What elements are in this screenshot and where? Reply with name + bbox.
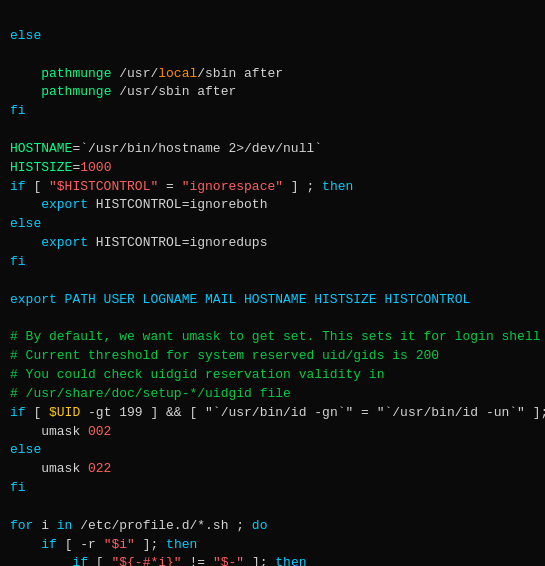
keyword-if-1: if <box>10 179 26 194</box>
keyword-for: for <box>10 518 33 533</box>
str-dash: "$-" <box>213 555 244 566</box>
keyword-then-1: then <box>322 179 353 194</box>
backtick-1: `/usr/bin/id -gn` <box>213 405 346 420</box>
eq1: =`/usr/bin/hostname 2>/dev/null` <box>72 141 322 156</box>
for-i-in: i <box>33 518 56 533</box>
histcontrol-ignoreboth: HISTCONTROL=ignoreboth <box>88 197 267 212</box>
line-2 <box>10 66 41 81</box>
comment-3: # You could check uidgid reservation val… <box>10 367 384 382</box>
bracket-3: ]; <box>135 537 166 552</box>
keyword-fi-2: fi <box>10 254 26 269</box>
num-002: 002 <box>88 424 111 439</box>
line-11 <box>10 235 41 250</box>
cmd-pathmunge-2: pathmunge <box>41 84 111 99</box>
keyword-then-3: then <box>166 537 197 552</box>
keyword-else-2: else <box>10 216 41 231</box>
bracket-close-1: ] ; <box>283 179 322 194</box>
nested-check: [ <box>88 555 111 566</box>
str-i-1: "$i" <box>104 537 135 552</box>
str-dash-i: "${-#*i}" <box>111 555 181 566</box>
var-uid: $UID <box>49 405 80 420</box>
eq-op-1: = <box>158 179 181 194</box>
line-28-indent <box>10 555 72 566</box>
code-editor: else pathmunge /usr/local/sbin after pat… <box>10 8 535 566</box>
keyword-fi-3: fi <box>10 480 26 495</box>
line-27-indent <box>10 537 41 552</box>
cmd-pathmunge-1: pathmunge <box>41 66 111 81</box>
keyword-export-2: export <box>41 235 88 250</box>
keyword-export-1: export <box>41 197 88 212</box>
keyword-else-1: else <box>10 28 41 43</box>
bracket-1: [ <box>26 179 49 194</box>
keyword-if-2: if <box>10 405 26 420</box>
line-23-indent: umask <box>10 461 88 476</box>
r-check: [ -r <box>57 537 104 552</box>
local-segment: local <box>158 66 197 81</box>
keyword-in: in <box>57 518 73 533</box>
keyword-fi-1: fi <box>10 103 26 118</box>
uid-check: [ <box>26 405 49 420</box>
var-histsize-decl: HISTSIZE <box>10 160 72 175</box>
var-hostname: HOSTNAME <box>10 141 72 156</box>
keyword-if-3: if <box>41 537 57 552</box>
str-ignorespace: "ignorespace" <box>182 179 283 194</box>
path-local: /usr/ <box>111 66 158 81</box>
line-9 <box>10 197 41 212</box>
str-histcontrol: "$HISTCONTROL" <box>49 179 158 194</box>
keyword-then-4: then <box>275 555 306 566</box>
keyword-if-4: if <box>72 555 88 566</box>
sbin-after-1: /sbin after <box>197 66 283 81</box>
comment-4: # /usr/share/doc/setup-*/uidgid file <box>10 386 291 401</box>
keyword-else-3: else <box>10 442 41 457</box>
neq-op: != <box>182 555 213 566</box>
num-1000: 1000 <box>80 160 111 175</box>
bracket-4: ]; <box>244 555 275 566</box>
gt-199: -gt 199 ] && [ " <box>80 405 213 420</box>
histcontrol-ignoredups: HISTCONTROL=ignoredups <box>88 235 267 250</box>
comment-2: # Current threshold for system reserved … <box>10 348 439 363</box>
eq-op-2: " = "`/usr/bin/id -un`" ]; <box>345 405 545 420</box>
export-line: export PATH USER LOGNAME MAIL HOSTNAME H… <box>10 292 470 307</box>
keyword-do: do <box>252 518 268 533</box>
line-21-indent: umask <box>10 424 88 439</box>
usr-sbin-after: /usr/sbin after <box>111 84 236 99</box>
num-022: 022 <box>88 461 111 476</box>
profile-d-path: /etc/profile.d/*.sh ; <box>72 518 251 533</box>
line-3 <box>10 84 41 99</box>
comment-1: # By default, we want umask to get set. … <box>10 329 541 344</box>
